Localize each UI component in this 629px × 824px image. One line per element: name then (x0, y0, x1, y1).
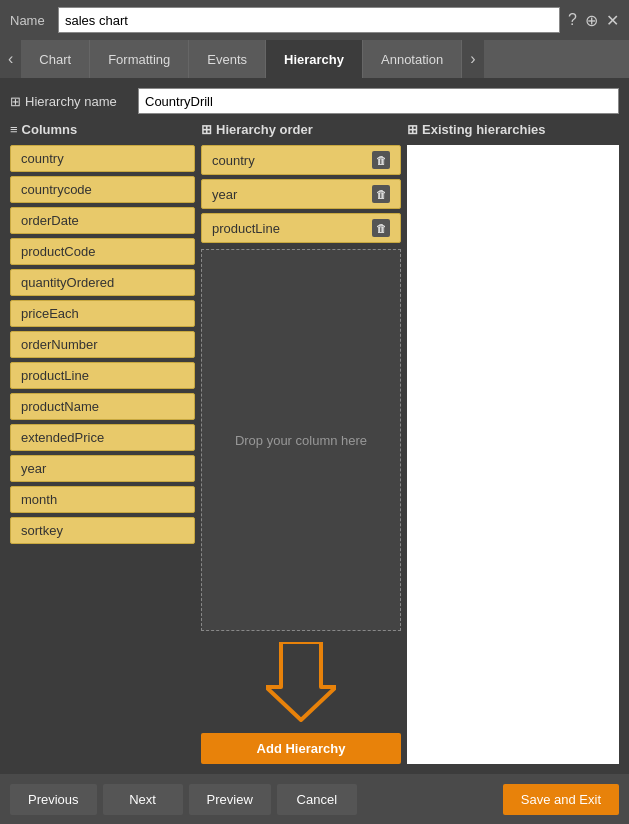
cancel-button[interactable]: Cancel (277, 784, 357, 815)
tab-annotation[interactable]: Annotation (363, 40, 462, 78)
columns-list: country countrycode orderDate productCod… (10, 145, 195, 544)
list-item[interactable]: productName (10, 393, 195, 420)
hierarchy-name-input[interactable] (138, 88, 619, 114)
hierarchy-name-label: ⊞ Hierarchy name (10, 94, 130, 109)
hierarchy-order-list: country 🗑 year 🗑 productLine 🗑 (201, 145, 401, 243)
name-input[interactable] (58, 7, 560, 33)
list-item[interactable]: productCode (10, 238, 195, 265)
hierarchy-item-name: productLine (212, 221, 280, 236)
hierarchy-item-name: year (212, 187, 237, 202)
main-content: ⊞ Hierarchy name ≡ Columns country count… (0, 78, 629, 774)
columns-icon: ≡ (10, 122, 18, 137)
tab-hierarchy[interactable]: Hierarchy (266, 40, 363, 78)
hierarchy-order-header: ⊞ Hierarchy order (201, 122, 401, 137)
list-item[interactable]: orderDate (10, 207, 195, 234)
list-item[interactable]: country (10, 145, 195, 172)
hierarchy-order-item[interactable]: productLine 🗑 (201, 213, 401, 243)
delete-country-button[interactable]: 🗑 (372, 151, 390, 169)
list-item[interactable]: countrycode (10, 176, 195, 203)
list-item[interactable]: productLine (10, 362, 195, 389)
save-exit-button[interactable]: Save and Exit (503, 784, 619, 815)
hierarchy-name-row: ⊞ Hierarchy name (10, 88, 619, 114)
tab-prev-button[interactable]: ‹ (0, 40, 21, 78)
tab-formatting[interactable]: Formatting (90, 40, 189, 78)
existing-hierarchies-panel: ⊞ Existing hierarchies (407, 122, 619, 764)
hierarchy-order-icon: ⊞ (201, 122, 212, 137)
existing-list (407, 145, 619, 764)
drop-zone[interactable]: Drop your column here (201, 249, 401, 631)
previous-button[interactable]: Previous (10, 784, 97, 815)
hierarchy-order-item[interactable]: year 🗑 (201, 179, 401, 209)
list-item[interactable]: month (10, 486, 195, 513)
arrow-area (201, 637, 401, 727)
delete-productline-button[interactable]: 🗑 (372, 219, 390, 237)
close-icon[interactable]: ✕ (606, 11, 619, 30)
list-item[interactable]: priceEach (10, 300, 195, 327)
columns-area: ≡ Columns country countrycode orderDate … (10, 122, 619, 764)
columns-header: ≡ Columns (10, 122, 195, 137)
hierarchy-order-item[interactable]: country 🗑 (201, 145, 401, 175)
delete-year-button[interactable]: 🗑 (372, 185, 390, 203)
tab-chart[interactable]: Chart (21, 40, 90, 78)
list-item[interactable]: year (10, 455, 195, 482)
tab-bar: ‹ Chart Formatting Events Hierarchy Anno… (0, 40, 629, 78)
columns-panel: ≡ Columns country countrycode orderDate … (10, 122, 195, 764)
bottom-bar: Previous Next Preview Cancel Save and Ex… (0, 774, 629, 824)
move-icon[interactable]: ⊕ (585, 11, 598, 30)
existing-hierarchies-header: ⊞ Existing hierarchies (407, 122, 619, 137)
hierarchy-item-name: country (212, 153, 255, 168)
hierarchy-icon: ⊞ (10, 94, 21, 109)
svg-marker-0 (266, 642, 336, 720)
hierarchy-order-panel: ⊞ Hierarchy order country 🗑 year 🗑 produ… (201, 122, 401, 764)
list-item[interactable]: quantityOrdered (10, 269, 195, 296)
next-button[interactable]: Next (103, 784, 183, 815)
list-item[interactable]: extendedPrice (10, 424, 195, 451)
down-arrow-icon (266, 642, 336, 722)
help-icon[interactable]: ? (568, 11, 577, 29)
list-item[interactable]: sortkey (10, 517, 195, 544)
tab-next-button[interactable]: › (462, 40, 483, 78)
existing-icon: ⊞ (407, 122, 418, 137)
tab-events[interactable]: Events (189, 40, 266, 78)
top-bar: Name ? ⊕ ✕ (0, 0, 629, 40)
preview-button[interactable]: Preview (189, 784, 271, 815)
list-item[interactable]: orderNumber (10, 331, 195, 358)
name-label: Name (10, 13, 50, 28)
add-hierarchy-button[interactable]: Add Hierarchy (201, 733, 401, 764)
